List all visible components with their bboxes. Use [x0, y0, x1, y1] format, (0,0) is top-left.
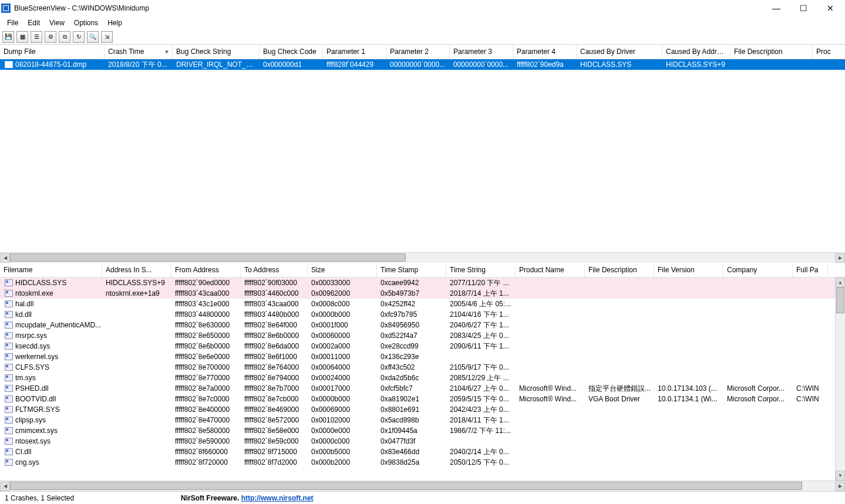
menu-help[interactable]: Help [103, 18, 127, 28]
module-icon [5, 385, 13, 392]
table-row[interactable]: werkernel.sysfffff802`8e6e0000fffff802`8… [0, 351, 845, 362]
column-header[interactable]: Bug Check Code [260, 45, 323, 59]
column-header[interactable]: File Description [585, 263, 654, 277]
dump-list-headers: Dump FileCrash TimeBug Check StringBug C… [0, 45, 845, 59]
module-icon [5, 374, 13, 381]
module-icon [5, 343, 13, 350]
table-row[interactable]: ntosext.sysfffff802`8e590000fffff802`8e5… [0, 436, 845, 447]
column-header[interactable]: Size [308, 263, 377, 277]
column-header[interactable]: Parameter 1 [323, 45, 386, 59]
table-row[interactable]: HIDCLASS.SYSHIDCLASS.SYS+9fffff802`90ed0… [0, 278, 845, 288]
toolbar-properties-icon[interactable]: ☰ [31, 31, 42, 43]
module-icon [5, 300, 13, 307]
minimize-button[interactable]: — [763, 0, 790, 16]
column-header[interactable]: Time Stamp [377, 263, 446, 277]
toolbar-view-icon[interactable]: ▦ [16, 31, 28, 43]
scroll-down-icon[interactable]: ▼ [836, 471, 845, 481]
module-list-headers: FilenameAddress In S...From AddressTo Ad… [0, 263, 845, 278]
module-icon [5, 417, 13, 424]
dump-list-rows: 082018-44875-01.dmp2018/8/20 下午 0...DRIV… [0, 59, 845, 252]
table-row[interactable]: cmimcext.sysfffff802`8e580000fffff802`8e… [0, 425, 845, 436]
scroll-left-icon[interactable]: ◀ [0, 253, 10, 263]
toolbar-save-icon[interactable]: 💾 [2, 31, 14, 43]
module-icon [5, 448, 13, 455]
toolbar-export-icon[interactable]: ⇲ [101, 31, 113, 43]
table-row[interactable]: cng.sysfffff802`8f720000fffff802`8f7d200… [0, 457, 845, 468]
module-list-hscroll[interactable]: ◀ ▶ [0, 481, 845, 491]
scroll-up-icon[interactable]: ▲ [836, 278, 845, 287]
column-header[interactable]: File Description [730, 45, 813, 59]
titlebar: BlueScreenView - C:\WINDOWS\Minidump — ☐… [0, 0, 845, 16]
toolbar: 💾 ▦ ☰ ⚙ ⧉ ↻ 🔍 ⇲ [0, 29, 845, 45]
nirsoft-link[interactable]: http://www.nirsoft.net [241, 494, 314, 502]
module-list-vscroll[interactable]: ▲ ▼ [835, 278, 845, 481]
table-row[interactable]: clipsp.sysfffff802`8e470000fffff802`8e57… [0, 415, 845, 425]
column-header[interactable]: File Version [654, 263, 723, 277]
module-list-rows: HIDCLASS.SYSHIDCLASS.SYS+9fffff802`90ed0… [0, 278, 845, 481]
table-row[interactable]: CLFS.SYSfffff802`8e700000fffff802`8e7640… [0, 362, 845, 373]
column-header[interactable]: Caused By Driver [577, 45, 662, 59]
scroll-right-icon[interactable]: ▶ [835, 482, 845, 491]
dump-icon [5, 61, 13, 68]
table-row[interactable]: tm.sysfffff802`8e770000fffff802`8e794000… [0, 373, 845, 383]
status-text: 1 Crashes, 1 Selected [5, 494, 181, 502]
column-header[interactable]: Parameter 4 [513, 45, 577, 59]
column-header[interactable]: Parameter 3 [450, 45, 513, 59]
menu-edit[interactable]: Edit [23, 18, 45, 28]
column-header[interactable]: Caused By Address [662, 45, 730, 59]
window-title: BlueScreenView - C:\WINDOWS\Minidump [14, 4, 763, 12]
module-icon [5, 279, 13, 286]
column-header[interactable]: Proc [813, 45, 845, 59]
module-icon [5, 332, 13, 339]
status-credit: NirSoft Freeware. http://www.nirsoft.net [181, 494, 314, 502]
module-icon [5, 364, 13, 371]
maximize-button[interactable]: ☐ [790, 0, 817, 16]
column-header[interactable]: Product Name [516, 263, 585, 277]
toolbar-find-icon[interactable]: 🔍 [87, 31, 99, 43]
menu-options[interactable]: Options [69, 18, 103, 28]
module-icon [5, 353, 13, 360]
module-icon [5, 438, 13, 445]
column-header[interactable]: Crash Time [105, 45, 173, 59]
table-row[interactable]: FLTMGR.SYSfffff802`8e400000fffff802`8e46… [0, 404, 845, 415]
column-header[interactable]: From Address [171, 263, 241, 277]
module-icon [5, 427, 13, 434]
dump-list-hscroll[interactable]: ◀ ▶ [0, 252, 845, 263]
column-header[interactable]: Dump File [0, 45, 105, 59]
column-header[interactable]: Company [723, 263, 793, 277]
module-icon [5, 290, 13, 297]
toolbar-options-icon[interactable]: ⚙ [45, 31, 56, 43]
menu-file[interactable]: File [2, 18, 23, 28]
column-header[interactable]: Filename [0, 263, 102, 277]
scroll-right-icon[interactable]: ▶ [835, 253, 845, 263]
table-row[interactable]: msrpc.sysfffff802`8e650000fffff802`8e6b0… [0, 330, 845, 341]
table-row[interactable]: PSHED.dllfffff802`8e7a0000fffff802`8e7b7… [0, 383, 845, 394]
table-row[interactable]: mcupdate_AuthenticAMD...fffff802`8e63000… [0, 320, 845, 330]
close-button[interactable]: ✕ [817, 0, 844, 16]
menu-view[interactable]: View [45, 18, 69, 28]
table-row[interactable]: 082018-44875-01.dmp2018/8/20 下午 0...DRIV… [0, 59, 845, 70]
column-header[interactable]: Full Pa [793, 263, 828, 277]
scroll-left-icon[interactable]: ◀ [0, 482, 10, 491]
table-row[interactable]: CI.dllfffff802`8f660000fffff802`8f715000… [0, 447, 845, 457]
dump-list-pane: Dump FileCrash TimeBug Check StringBug C… [0, 45, 845, 263]
menubar: File Edit View Options Help [0, 16, 845, 29]
table-row[interactable]: BOOTVID.dllfffff802`8e7c0000fffff802`8e7… [0, 394, 845, 404]
toolbar-copy-icon[interactable]: ⧉ [59, 31, 70, 43]
column-header[interactable]: To Address [241, 263, 308, 277]
table-row[interactable]: ntoskrnl.exentoskrnl.exe+1a9fffff803`43c… [0, 288, 845, 299]
module-icon [5, 311, 13, 318]
module-icon [5, 322, 13, 329]
column-header[interactable]: Time String [446, 263, 516, 277]
statusbar: 1 Crashes, 1 Selected NirSoft Freeware. … [0, 491, 845, 504]
column-header[interactable]: Parameter 2 [386, 45, 450, 59]
column-header[interactable]: Address In S... [102, 263, 171, 277]
toolbar-refresh-icon[interactable]: ↻ [73, 31, 85, 43]
module-icon [5, 406, 13, 413]
column-header[interactable]: Bug Check String [173, 45, 260, 59]
module-icon [5, 395, 13, 402]
module-list-pane: FilenameAddress In S...From AddressTo Ad… [0, 263, 845, 491]
table-row[interactable]: ksecdd.sysfffff802`8e6b0000fffff802`8e6d… [0, 341, 845, 351]
table-row[interactable]: kd.dllfffff803`44800000fffff803`4480b000… [0, 309, 845, 320]
table-row[interactable]: hal.dllfffff803`43c1e000fffff803`43caa00… [0, 299, 845, 309]
